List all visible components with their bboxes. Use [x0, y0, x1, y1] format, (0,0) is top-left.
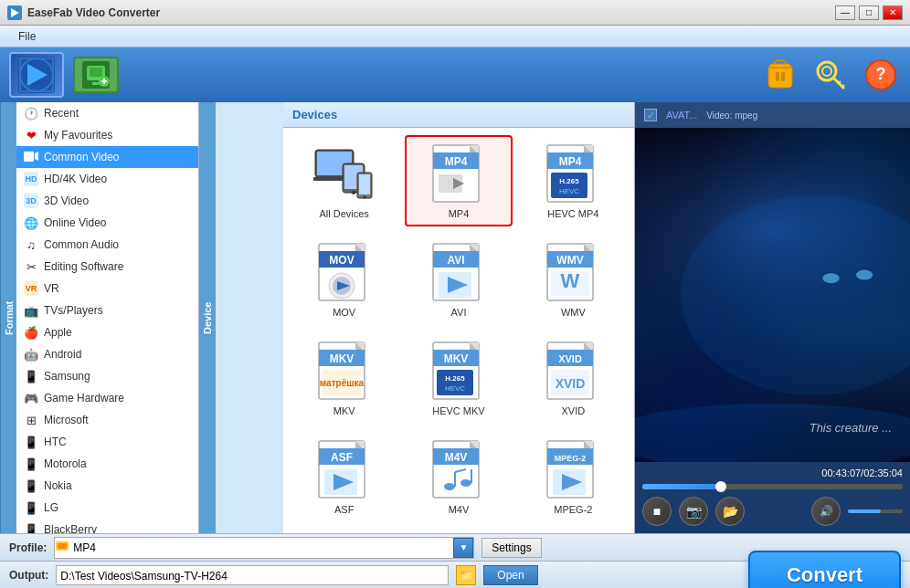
- sidebar-item-editing-software[interactable]: ✂ Editing Software: [16, 256, 198, 278]
- format-item-all-devices[interactable]: All Devices: [291, 135, 397, 226]
- output-path: D:\Test Videos\Samsung-TV-H264: [56, 565, 449, 585]
- output-label: Output:: [9, 569, 48, 582]
- svg-text:MP4: MP4: [445, 155, 468, 168]
- svg-text:WMV: WMV: [557, 254, 584, 267]
- profile-dropdown-button[interactable]: ▼: [453, 538, 473, 558]
- sidebar-item-apple[interactable]: 🍎 Apple: [16, 321, 198, 343]
- sidebar-item-tvs[interactable]: 📺 TVs/Players: [16, 299, 198, 321]
- format-item-mkv[interactable]: MKV матрёшка MKV: [291, 332, 397, 424]
- sidebar-item-motorola[interactable]: 📱 Motorola: [16, 453, 198, 475]
- format-item-avi[interactable]: AVI AVI: [405, 234, 512, 325]
- svg-text:MKV: MKV: [444, 352, 469, 365]
- progress-bar[interactable]: [642, 484, 903, 489]
- format-item-dv-ntsc[interactable]: DV DV-NTSC: [291, 530, 397, 533]
- screenshot-button[interactable]: 📷: [679, 497, 708, 526]
- open-button[interactable]: Open: [483, 565, 537, 585]
- format-label-hevc-mkv: HEVC MKV: [432, 405, 484, 416]
- svg-rect-148: [58, 543, 67, 549]
- sidebar-item-microsoft[interactable]: ⊞ Microsoft: [16, 409, 198, 431]
- open-folder-button[interactable]: 📂: [715, 497, 745, 526]
- format-tab[interactable]: Format: [0, 102, 16, 533]
- sidebar-item-lg[interactable]: 📱 LG: [16, 497, 198, 519]
- svg-text:матрёшка: матрёшка: [320, 378, 365, 388]
- mov-icon: MOV: [312, 241, 376, 305]
- basket-button[interactable]: [759, 55, 800, 96]
- format-item-m4v[interactable]: M4V M4V: [405, 431, 512, 522]
- svg-text:?: ?: [875, 65, 885, 83]
- maximize-button[interactable]: □: [859, 5, 879, 20]
- format-item-asf[interactable]: ASF ASF: [291, 431, 397, 522]
- format-grid: All Devices MP4: [291, 135, 627, 533]
- svg-text:MKV: MKV: [329, 352, 354, 365]
- video-controls: 00:43:07/02:35:04 ■ 📷 📂 🔊: [635, 462, 910, 533]
- svg-rect-32: [359, 174, 370, 194]
- svg-point-105: [444, 483, 455, 490]
- format-panel-title: Devices: [283, 102, 634, 128]
- svg-text:H.265: H.265: [560, 177, 580, 185]
- titlebar: EaseFab Video Converter — □ ✕: [0, 0, 910, 26]
- device-tab[interactable]: Device: [199, 102, 216, 533]
- sidebar-item-recent[interactable]: 🕐 Recent: [16, 102, 198, 124]
- sidebar-item-3d[interactable]: 3D 3D Video: [16, 190, 198, 212]
- sidebar-item-htc[interactable]: 📱 HTC: [16, 431, 198, 453]
- format-item-mov[interactable]: MOV MOV: [291, 234, 397, 325]
- close-button[interactable]: ✕: [883, 5, 903, 20]
- sidebar-item-samsung[interactable]: 📱 Samsung: [16, 365, 198, 387]
- format-item-mpeg2[interactable]: MPEG-2 MPEG-2: [520, 431, 627, 522]
- format-item-mpeg1[interactable]: MPEG-1 MPEG-1: [520, 530, 627, 533]
- volume-slider[interactable]: [848, 509, 903, 513]
- format-item-xvid[interactable]: XVID XVID XVID: [520, 332, 627, 424]
- progress-thumb[interactable]: [715, 481, 726, 492]
- sidebar-item-vr[interactable]: VR VR: [16, 278, 198, 299]
- svg-text:AVI: AVI: [447, 254, 464, 267]
- sidebar-item-favourites[interactable]: ❤ My Favourites: [16, 124, 198, 146]
- content-area: Format 🕐 Recent ❤ My Favourites: [0, 102, 910, 533]
- convert-button[interactable]: Convert: [748, 551, 901, 589]
- profile-select[interactable]: MP4: [69, 538, 453, 558]
- format-label-avi: AVI: [451, 307, 467, 318]
- edit-icon: ✂: [24, 259, 38, 274]
- svg-text:MOV: MOV: [329, 254, 354, 267]
- output-folder-button[interactable]: 📁: [456, 565, 476, 585]
- ctrl-buttons: ■ 📷 📂 🔊: [642, 493, 903, 530]
- format-item-hevc-mp4[interactable]: MP4 H.265 HEVC HEVC MP4: [520, 135, 627, 226]
- key-button[interactable]: [809, 55, 851, 96]
- format-label-mp4: MP4: [449, 208, 470, 219]
- format-item-hevc-mkv[interactable]: MKV H.265 HEVC HEVC MKV: [405, 332, 512, 424]
- svg-text:MPEG-2: MPEG-2: [555, 454, 587, 463]
- format-label-wmv: WMV: [561, 307, 586, 318]
- sidebar-item-online-video[interactable]: 🌐 Online Video: [16, 212, 198, 234]
- sidebar-item-common-video[interactable]: Common Video: [16, 146, 198, 168]
- stop-button[interactable]: ■: [642, 497, 672, 526]
- svg-text:MP4: MP4: [559, 155, 582, 168]
- minimize-button[interactable]: —: [835, 5, 855, 20]
- sidebar-item-game-hardware[interactable]: 🎮 Game Hardware: [16, 387, 198, 409]
- app-logo: [9, 52, 64, 98]
- all-devices-icon: [312, 142, 376, 206]
- sidebar-item-android[interactable]: 🤖 Android: [16, 343, 198, 365]
- m4v-icon: M4V: [427, 438, 491, 502]
- format-item-mp4[interactable]: MP4 MP4: [405, 135, 512, 226]
- sidebar-item-common-audio[interactable]: ♫ Common Audio: [16, 234, 198, 256]
- sidebar-item-nokia[interactable]: 📱 Nokia: [16, 475, 198, 497]
- xvid-icon: XVID XVID: [541, 340, 605, 404]
- help-button[interactable]: ?: [860, 55, 901, 96]
- add-file-button[interactable]: [73, 57, 119, 93]
- sidebar-item-blackberry[interactable]: 📱 BlackBerry: [16, 519, 198, 533]
- window-title: EaseFab Video Converter: [27, 6, 903, 19]
- video-preview: This creature ...: [635, 128, 910, 462]
- format-item-dv-pal[interactable]: DV DV-PAL: [405, 530, 512, 533]
- svg-rect-14: [776, 72, 779, 81]
- android-icon: 🤖: [24, 347, 38, 362]
- svg-rect-15: [781, 72, 785, 81]
- game-icon: 🎮: [24, 391, 38, 405]
- volume-button[interactable]: 🔊: [811, 497, 841, 526]
- file-checkbox[interactable]: ✓: [644, 109, 657, 121]
- menu-file[interactable]: File: [9, 28, 45, 45]
- app-icon: [7, 5, 22, 20]
- sidebar-item-hd-4k[interactable]: HD HD/4K Video: [16, 168, 198, 190]
- sidebar: 🕐 Recent ❤ My Favourites: [16, 102, 199, 533]
- vr-icon: VR: [24, 281, 38, 296]
- format-item-wmv[interactable]: WMV W WMV: [520, 234, 627, 325]
- settings-button[interactable]: Settings: [481, 538, 541, 558]
